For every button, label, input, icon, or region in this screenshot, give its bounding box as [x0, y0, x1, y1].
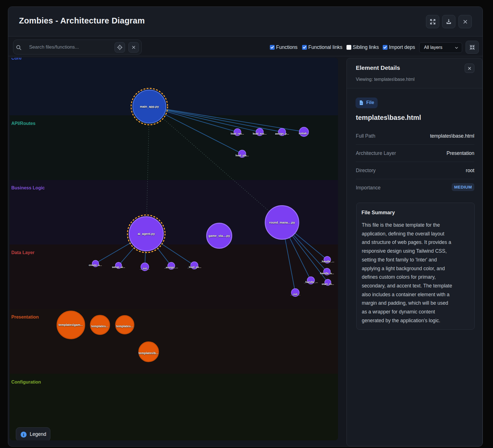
svg-text:<>: <>: [360, 102, 363, 104]
